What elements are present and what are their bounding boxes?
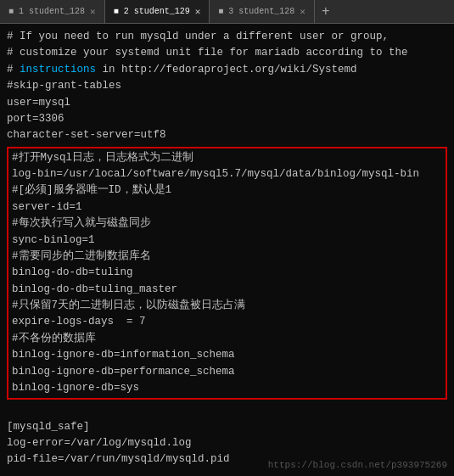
box-line-5: #每次执行写入就与磁盘同步 [12, 216, 442, 232]
red-box-section: #打开Mysql日志，日志格式为二进制 log-bin=/usr/local/s… [7, 147, 447, 400]
tab-3-label: ■ 3 student_128 [218, 7, 294, 16]
tab-2[interactable]: ■ 2 student_129 ✕ [105, 0, 210, 23]
box-line-2: log-bin=/usr/local/software/mysql5.7/mys… [12, 166, 442, 182]
box-line-11: expire-logs-days = 7 [12, 314, 442, 330]
box-line-10: #只保留7天的二进制日志，以防磁盘被日志占满 [12, 298, 442, 314]
box-line-3: #[必须]服务器唯一ID，默认是1 [12, 182, 442, 199]
box-line-13: binlog-ignore-db=information_schema [12, 347, 442, 363]
line-7: character-set-server=utf8 [7, 127, 447, 143]
line-3: # instructions in http://fedoraproject.o… [7, 62, 447, 78]
box-line-12: #不各份的数据库 [12, 331, 442, 347]
tab-add-button[interactable]: + [315, 0, 337, 23]
tab-3-close[interactable]: ✕ [300, 6, 305, 17]
line-6: port=3306 [7, 111, 447, 127]
line-2: # customize your systemd unit file for m… [7, 45, 447, 61]
watermark: https://blog.csdn.net/p393975269 [268, 458, 447, 473]
box-line-7: #需要同步的二进制数据库名 [12, 249, 442, 265]
line-1: # If you need to run mysqld under a diff… [7, 29, 447, 45]
box-line-4: server-id=1 [12, 199, 442, 216]
line-blank-1 [7, 402, 447, 418]
tab-2-label: ■ 2 student_129 [114, 7, 190, 16]
line-log-error: log-error=/var/log/mysqld.log [7, 435, 447, 451]
tab-1-close[interactable]: ✕ [90, 6, 96, 17]
box-line-1: #打开Mysql日志，日志格式为二进制 [12, 150, 442, 166]
box-line-9: binlog-do-db=tuling_master [12, 282, 442, 298]
terminal-content: # If you need to run mysqld under a diff… [0, 24, 454, 476]
line-4: #skip-grant-tables [7, 78, 447, 94]
box-line-14: binlog-ignore-db=performance_schema [12, 364, 442, 380]
line-mysqld-safe: [mysqld_safe] [7, 419, 447, 435]
box-line-6: sync-binlog=1 [12, 232, 442, 249]
tab-3[interactable]: ■ 3 student_128 ✕ [210, 0, 315, 23]
tab-2-close[interactable]: ✕ [195, 6, 201, 17]
tab-1-label: ■ 1 student_128 [8, 7, 85, 16]
tab-bar: ■ 1 student_128 ✕ ■ 2 student_129 ✕ ■ 3 … [0, 0, 454, 24]
box-line-15: binlog-ignore-db=sys [12, 380, 442, 396]
line-5: user=mysql [7, 95, 447, 111]
tab-1[interactable]: ■ 1 student_128 ✕ [0, 0, 105, 23]
box-line-8: binlog-do-db=tuling [12, 265, 442, 281]
